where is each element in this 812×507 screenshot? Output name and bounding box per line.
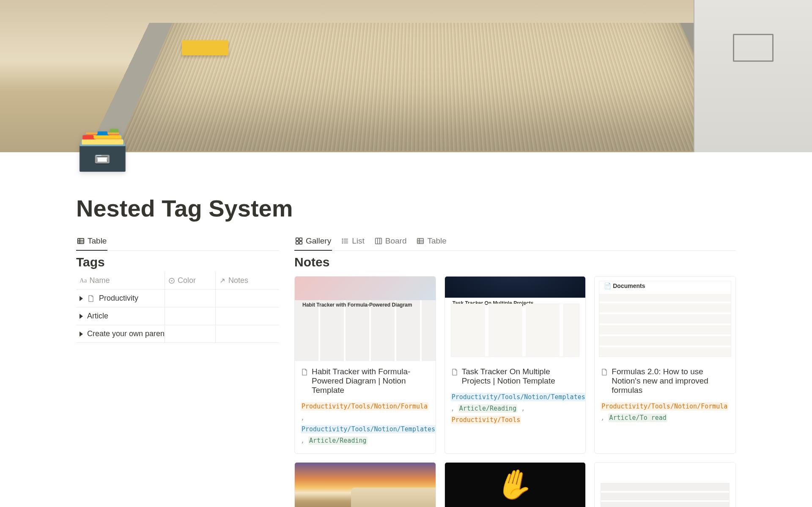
tab-label: Gallery bbox=[306, 236, 331, 246]
tags-table: Aa Name Color Notes bbox=[76, 272, 279, 343]
svg-point-12 bbox=[342, 239, 343, 239]
cover-right-drawer bbox=[694, 0, 812, 152]
tab-table[interactable]: Table bbox=[76, 233, 107, 251]
svg-rect-18 bbox=[417, 238, 424, 244]
gallery-card[interactable]: 📄 Documents Formulas 2.0: How to use Not… bbox=[594, 276, 736, 454]
tab-label: List bbox=[352, 236, 365, 246]
tab-table-notes[interactable]: Table bbox=[416, 233, 447, 251]
card-thumbnail: Task Tracker On Multiple Projects bbox=[445, 277, 586, 361]
gallery-card[interactable] bbox=[444, 462, 586, 507]
svg-rect-0 bbox=[78, 238, 84, 244]
thumb-label: Task Tracker On Multiple Projects bbox=[453, 300, 534, 306]
table-row[interactable]: Article bbox=[76, 307, 279, 325]
page-icon-small bbox=[601, 368, 608, 376]
tag-name: Create your own parent tag bbox=[87, 329, 165, 338]
page-icon[interactable]: 🗃️ bbox=[76, 127, 129, 169]
notes-gallery: Habit Tracker with Formula-Powered Diagr… bbox=[294, 276, 736, 507]
card-tags: Productivity/Tools/Notion/Formula , Prod… bbox=[301, 401, 430, 447]
tags-heading: Tags bbox=[76, 255, 279, 269]
card-title: Habit Tracker with Formula-Powered Diagr… bbox=[312, 367, 430, 395]
tab-label: Table bbox=[88, 236, 107, 246]
card-tags: Productivity/Tools/Notion/Formula , Arti… bbox=[601, 401, 730, 424]
gallery-icon bbox=[295, 237, 303, 245]
card-title: Task Tracker On Multiple Projects | Noti… bbox=[462, 367, 580, 386]
card-thumbnail bbox=[295, 463, 436, 507]
page-title: Nested Tag System bbox=[76, 152, 736, 222]
svg-rect-15 bbox=[375, 238, 381, 244]
card-thumbnail: 📄 Documents bbox=[595, 277, 735, 361]
gallery-card[interactable]: Habit Tracker with Formula-Powered Diagr… bbox=[294, 276, 436, 454]
card-thumbnail: Habit Tracker with Formula-Powered Diagr… bbox=[295, 277, 436, 361]
tags-header-row: Aa Name Color Notes bbox=[76, 272, 279, 290]
gallery-card[interactable]: Task Tracker On Multiple Projects Task T… bbox=[444, 276, 586, 454]
svg-rect-6 bbox=[299, 238, 302, 241]
toggle-icon[interactable] bbox=[80, 314, 83, 319]
table-row[interactable]: Create your own parent tag bbox=[76, 325, 279, 343]
svg-rect-8 bbox=[299, 241, 302, 244]
gallery-card[interactable]: Database automations bbox=[594, 462, 736, 507]
table-row[interactable]: Productivity bbox=[76, 290, 279, 307]
thumb-label: Habit Tracker with Formula-Powered Diagr… bbox=[302, 302, 412, 308]
tab-label: Board bbox=[385, 236, 407, 246]
card-thumbnail bbox=[445, 463, 586, 507]
relation-icon bbox=[219, 277, 226, 284]
tab-gallery[interactable]: Gallery bbox=[294, 233, 332, 251]
svg-point-14 bbox=[342, 243, 343, 243]
toggle-icon[interactable] bbox=[80, 332, 83, 337]
thumb-label: 📄 Documents bbox=[604, 282, 645, 289]
toggle-icon[interactable] bbox=[80, 296, 83, 301]
thumb-label: Database automations bbox=[603, 492, 675, 500]
col-color[interactable]: Color bbox=[165, 272, 216, 289]
select-icon bbox=[168, 277, 175, 284]
table-icon bbox=[417, 237, 424, 245]
tab-board[interactable]: Board bbox=[374, 233, 408, 251]
page-icon-small bbox=[87, 295, 95, 302]
card-title: Formulas 2.0: How to use Notion's new an… bbox=[612, 367, 730, 395]
col-notes[interactable]: Notes bbox=[216, 272, 279, 289]
table-icon bbox=[77, 237, 85, 245]
tag-name: Productivity bbox=[99, 294, 138, 303]
col-name[interactable]: Aa Name bbox=[76, 272, 165, 289]
svg-point-13 bbox=[342, 241, 343, 241]
gallery-card[interactable] bbox=[294, 462, 436, 507]
notes-heading: Notes bbox=[294, 255, 736, 269]
svg-rect-7 bbox=[296, 241, 299, 244]
board-icon bbox=[375, 237, 382, 245]
tab-label: Table bbox=[427, 236, 446, 246]
svg-rect-5 bbox=[296, 238, 299, 241]
tags-tabs: Table bbox=[76, 233, 279, 251]
card-thumbnail: Database automations bbox=[595, 463, 735, 507]
page-icon-small bbox=[451, 368, 458, 376]
list-icon bbox=[341, 237, 349, 245]
page-icon-small bbox=[301, 368, 308, 376]
card-tags: Productivity/Tools/Notion/Templates , Ar… bbox=[451, 392, 580, 426]
text-type-icon: Aa bbox=[80, 277, 87, 284]
tab-list[interactable]: List bbox=[340, 233, 365, 251]
tag-name: Article bbox=[87, 312, 108, 321]
notes-tabs: Gallery List Board bbox=[294, 233, 736, 251]
